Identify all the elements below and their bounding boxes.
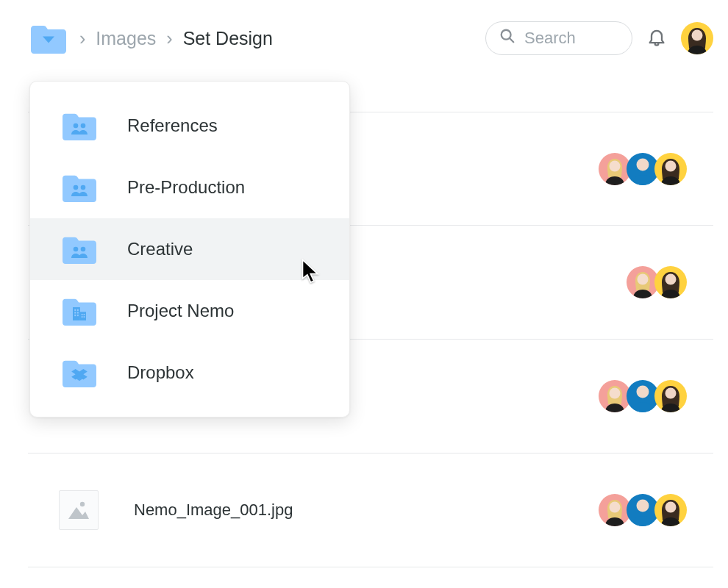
breadcrumb-item-current: Set Design — [183, 28, 273, 49]
collaborators — [627, 266, 706, 298]
collaborators — [599, 494, 706, 526]
breadcrumb-separator-icon: › — [79, 28, 85, 49]
search-input[interactable] — [524, 29, 598, 48]
folder-nav-label: Dropbox — [127, 362, 194, 383]
folder-nav-item[interactable]: References — [30, 95, 349, 157]
file-name: Nemo_Image_001.jpg — [134, 501, 599, 520]
collaborator-avatar[interactable] — [654, 380, 687, 412]
shared-folder-icon — [60, 233, 99, 265]
file-row[interactable]: Nemo_Image_001.jpg — [28, 453, 713, 567]
folder-nav-label: Pre-Production — [127, 177, 245, 198]
folder-nav-item[interactable]: Dropbox — [30, 342, 349, 404]
shared-folder-icon — [60, 171, 99, 204]
notifications-button[interactable] — [646, 27, 668, 49]
breadcrumb-item[interactable]: Images — [96, 28, 156, 49]
search-icon — [499, 28, 515, 49]
top-bar: › Images › Set Design — [28, 16, 713, 60]
cursor-pointer-icon — [300, 259, 322, 285]
folder-nav-item[interactable]: Project Nemo — [30, 280, 349, 342]
search-box[interactable] — [485, 21, 632, 55]
breadcrumb: › Images › Set Design — [28, 21, 472, 55]
collaborators — [599, 380, 706, 412]
dropbox-folder-icon — [60, 356, 99, 389]
breadcrumb-root-dropdown[interactable] — [28, 21, 69, 55]
account-avatar[interactable] — [681, 22, 713, 54]
folder-nav-dropdown: ReferencesPre-ProductionCreativeProject … — [29, 81, 350, 417]
collaborator-avatar[interactable] — [654, 153, 687, 185]
collaborators — [599, 153, 706, 185]
project-folder-icon — [60, 295, 99, 327]
bell-icon — [646, 26, 667, 50]
collaborator-avatar[interactable] — [654, 494, 687, 526]
shared-folder-icon — [60, 110, 99, 142]
collaborator-avatar[interactable] — [654, 266, 687, 298]
folder-nav-label: Project Nemo — [127, 301, 234, 321]
breadcrumb-separator-icon: › — [166, 28, 172, 49]
folder-nav-item[interactable]: Pre-Production — [30, 157, 349, 218]
image-thumbnail-icon — [59, 490, 99, 530]
folder-nav-label: References — [127, 115, 218, 136]
folder-nav-label: Creative — [127, 239, 193, 259]
caret-down-icon — [43, 36, 54, 43]
